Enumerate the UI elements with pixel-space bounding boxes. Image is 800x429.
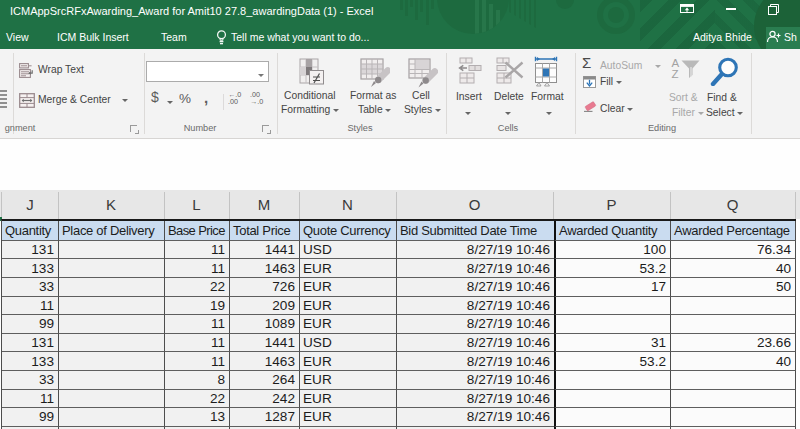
svg-text:Z: Z <box>672 68 679 80</box>
